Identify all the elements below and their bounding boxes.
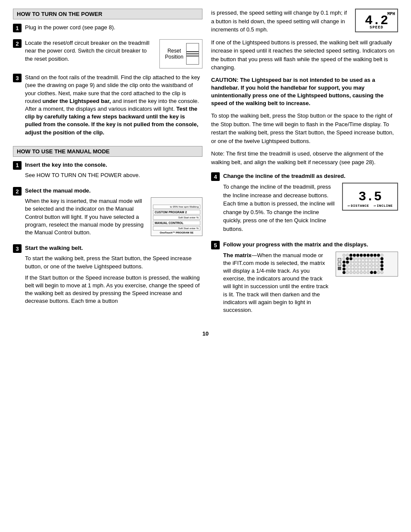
step-number-3: 3 bbox=[13, 74, 22, 82]
step-manual-number-3: 3 bbox=[13, 244, 22, 253]
step-matrix-number-5: 5 bbox=[211, 241, 220, 249]
section-manual: HOW TO USE THE MANUAL MODE 1 Insert the … bbox=[13, 146, 202, 308]
speed-display: 4.2 MPH SPEED bbox=[355, 9, 398, 32]
speed-label: SPEED bbox=[370, 25, 383, 30]
step-power-1-content: Plug in the power cord (see page 8). bbox=[25, 24, 202, 34]
section-power-header: HOW TO TURN ON THE POWER bbox=[13, 9, 202, 19]
step-manual-2: 2 Select the manual mode. When the key i… bbox=[13, 187, 202, 239]
step-power-3: 3 Stand on the foot rails of the treadmi… bbox=[13, 74, 202, 139]
step-manual-number-1: 1 bbox=[13, 161, 22, 170]
incline-label: INCLINE bbox=[377, 204, 393, 208]
section-manual-header: HOW TO USE THE MANUAL MODE bbox=[13, 146, 202, 157]
right-column: is pressed, the speed setting will chang… bbox=[211, 9, 398, 322]
reset-icon bbox=[186, 43, 199, 65]
step-power-1: 1 Plug in the power cord (see page 8). bbox=[13, 24, 202, 34]
matrix-label: The matrix bbox=[223, 252, 252, 258]
incline-display: 3.5 ⇒ DISTANCE ⇒ INCLINE bbox=[342, 183, 398, 211]
page-number: 10 bbox=[13, 330, 398, 337]
left-column: HOW TO TURN ON THE POWER 1 Plug in the p… bbox=[13, 9, 202, 322]
step-number-1: 1 bbox=[13, 24, 22, 32]
step-manual-3: 3 Start the walking belt. To start the w… bbox=[13, 244, 202, 308]
main-content: HOW TO TURN ON THE POWER 1 Plug in the p… bbox=[13, 9, 398, 322]
reset-label: Reset Position bbox=[165, 48, 184, 60]
step-manual-1-content: Insert the key into the console. See HOW… bbox=[25, 161, 202, 182]
page: HOW TO TURN ON THE POWER 1 Plug in the p… bbox=[13, 9, 398, 337]
step-manual-number-2: 2 bbox=[13, 187, 22, 196]
step-power-3-content: Stand on the foot rails of the treadmill… bbox=[25, 74, 202, 139]
speed-section: is pressed, the speed setting will chang… bbox=[211, 9, 398, 34]
speed-unit: MPH bbox=[387, 12, 395, 16]
distance-label: DISTANCE bbox=[351, 204, 369, 208]
step-incline-4-content: Change the incline of the treadmill as d… bbox=[223, 172, 398, 236]
step-matrix-5: 5 Follow your progress with the matrix a… bbox=[211, 241, 398, 317]
step-power-2-content: Locate the reset/off circuit breaker on … bbox=[25, 39, 202, 68]
matrix-display bbox=[336, 252, 398, 277]
step-manual-1: 1 Insert the key into the console. See H… bbox=[13, 161, 202, 182]
step-power-2: 2 Locate the reset/off circuit breaker o… bbox=[13, 39, 202, 68]
manual-console: to 95% free spm Walking CUSTOM PROGRAM 2… bbox=[151, 197, 202, 236]
section-power: HOW TO TURN ON THE POWER 1 Plug in the p… bbox=[13, 9, 202, 139]
step-manual-3-content: Start the walking belt. To start the wal… bbox=[25, 244, 202, 308]
step-manual-2-content: Select the manual mode. When the key is … bbox=[25, 187, 202, 239]
incline-value: 3.5 bbox=[358, 190, 382, 204]
step-number-2: 2 bbox=[13, 39, 22, 48]
step-incline-4: 4 Change the incline of the treadmill as… bbox=[211, 172, 398, 236]
step-incline-number-4: 4 bbox=[211, 172, 220, 181]
reset-box: Reset Position bbox=[159, 39, 202, 68]
step-matrix-5-content: Follow your progress with the matrix and… bbox=[223, 241, 398, 317]
